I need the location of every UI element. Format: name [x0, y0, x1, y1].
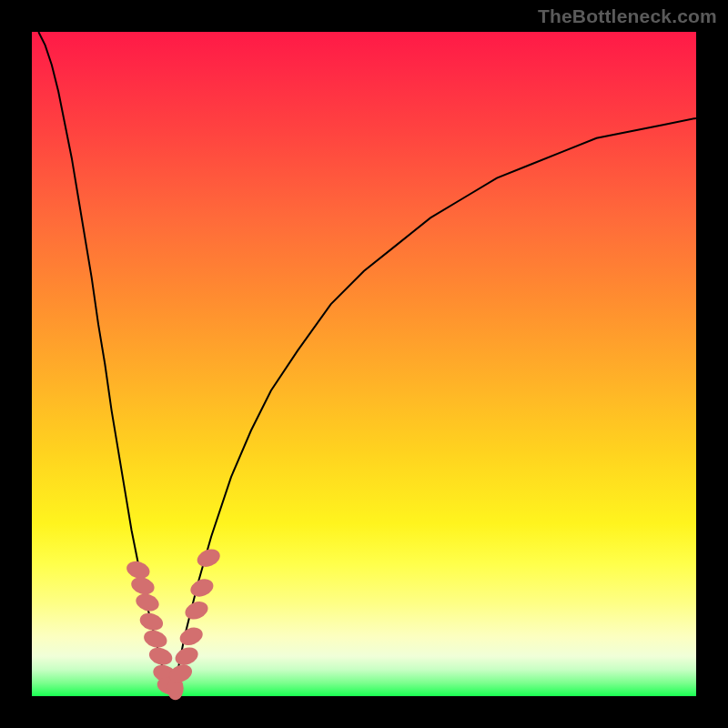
marker-bead	[177, 624, 206, 648]
curve-group	[38, 32, 696, 696]
plot-area	[32, 32, 696, 696]
marker-bead	[137, 611, 165, 633]
marker-bead	[187, 576, 216, 600]
marker-bead	[142, 628, 169, 651]
marker-bead	[173, 644, 201, 668]
marker-bead	[134, 592, 161, 614]
outer-frame: TheBottleneck.com	[0, 0, 728, 728]
curve-right	[171, 118, 696, 696]
marker-bead	[195, 546, 223, 570]
marker-bead	[147, 645, 174, 668]
attribution-label: TheBottleneck.com	[538, 5, 717, 27]
marker-group	[125, 546, 223, 700]
chart-svg	[32, 32, 696, 696]
marker-bead	[129, 574, 157, 597]
marker-bead	[183, 599, 211, 622]
